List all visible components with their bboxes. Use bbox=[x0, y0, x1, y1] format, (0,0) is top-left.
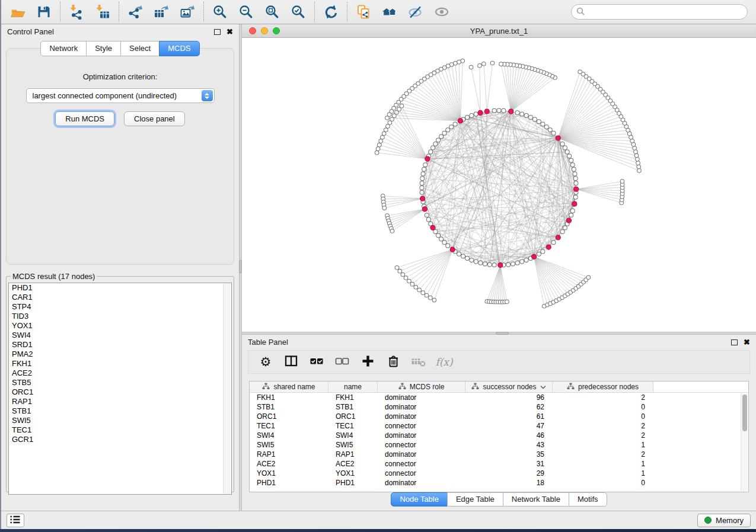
cell-predecessor-nodes[interactable]: 2 bbox=[553, 393, 653, 402]
refresh-button[interactable] bbox=[318, 1, 344, 23]
mcds-list-scrollbar[interactable] bbox=[223, 284, 231, 493]
mcds-result-item[interactable]: YOX1 bbox=[9, 321, 231, 331]
close-panel-button[interactable]: Close panel bbox=[124, 111, 185, 126]
table-scrollbar-thumb[interactable] bbox=[742, 395, 747, 431]
table-row[interactable]: SWI5SWI5connector431 bbox=[250, 440, 748, 450]
zoom-fit-button[interactable] bbox=[259, 1, 285, 23]
zoom-in-button[interactable] bbox=[207, 1, 233, 23]
mcds-result-item[interactable]: SWI4 bbox=[9, 331, 231, 340]
mcds-result-item[interactable]: STB1 bbox=[9, 406, 231, 416]
cell-successor-nodes[interactable]: 18 bbox=[465, 478, 553, 488]
mcds-result-item[interactable]: CAR1 bbox=[9, 293, 231, 302]
column-header-shared-name[interactable]: shared name bbox=[250, 382, 328, 392]
first-neighbors-button[interactable] bbox=[377, 1, 403, 23]
cell-mcds-role[interactable]: dominator bbox=[378, 393, 465, 402]
cell-predecessor-nodes[interactable]: 2 bbox=[553, 450, 653, 459]
cell-mcds-role[interactable]: connector bbox=[378, 440, 465, 450]
delete-column-button[interactable] bbox=[383, 352, 403, 371]
zoom-out-button[interactable] bbox=[233, 1, 259, 23]
mcds-result-item[interactable]: ACE2 bbox=[9, 368, 231, 378]
table-row[interactable]: YOX1YOX1connector291 bbox=[250, 469, 748, 478]
cell-predecessor-nodes[interactable]: 0 bbox=[553, 402, 653, 412]
cell-predecessor-nodes[interactable]: 1 bbox=[553, 440, 653, 450]
table-row[interactable]: STB1STB1dominator620 bbox=[250, 402, 748, 412]
cell-predecessor-nodes[interactable]: 0 bbox=[553, 412, 653, 421]
mcds-result-item[interactable]: TEC1 bbox=[9, 425, 231, 435]
table-row[interactable]: SWI4SWI4dominator462 bbox=[250, 431, 748, 440]
tab-mcds[interactable]: MCDS bbox=[159, 41, 199, 56]
table-row[interactable]: RAP1RAP1dominator352 bbox=[250, 450, 748, 459]
cell-mcds-role[interactable]: dominator bbox=[378, 450, 465, 459]
cell-shared-name[interactable]: SWI4 bbox=[250, 431, 328, 440]
cell-successor-nodes[interactable]: 31 bbox=[465, 459, 553, 469]
cell-mcds-role[interactable]: dominator bbox=[378, 412, 465, 421]
tab-node-table[interactable]: Node Table bbox=[391, 492, 448, 507]
cell-name[interactable]: STB1 bbox=[328, 402, 378, 412]
table-row[interactable]: FKH1FKH1dominator962 bbox=[250, 393, 748, 402]
settings-button[interactable]: ⚙ bbox=[256, 352, 276, 371]
mcds-result-item[interactable]: GCR1 bbox=[9, 435, 231, 444]
search-input[interactable] bbox=[571, 4, 748, 20]
network-graph[interactable] bbox=[242, 38, 756, 332]
save-session-button[interactable] bbox=[31, 1, 57, 23]
mcds-result-item[interactable]: PHD1 bbox=[9, 283, 231, 293]
network-canvas[interactable] bbox=[242, 38, 756, 332]
close-panel-icon[interactable]: ✖ bbox=[227, 29, 233, 35]
task-history-button[interactable] bbox=[7, 514, 24, 527]
cell-successor-nodes[interactable]: 61 bbox=[465, 412, 553, 421]
memory-button[interactable]: Memory bbox=[697, 514, 751, 527]
close-table-panel-icon[interactable]: ✖ bbox=[744, 339, 750, 345]
cell-predecessor-nodes[interactable]: 2 bbox=[553, 431, 653, 440]
function-builder-button[interactable]: f(x) bbox=[434, 352, 454, 371]
cell-shared-name[interactable]: YOX1 bbox=[250, 469, 328, 478]
zoom-selected-button[interactable] bbox=[285, 1, 311, 23]
tab-style[interactable]: Style bbox=[86, 41, 121, 56]
cell-shared-name[interactable]: TEC1 bbox=[250, 421, 328, 431]
mcds-result-item[interactable]: FKH1 bbox=[9, 359, 231, 368]
cell-shared-name[interactable]: ACE2 bbox=[250, 459, 328, 469]
mcds-result-item[interactable]: STB5 bbox=[9, 378, 231, 387]
export-network-button[interactable] bbox=[122, 1, 148, 23]
tab-edge-table[interactable]: Edge Table bbox=[447, 492, 503, 507]
split-column-button[interactable] bbox=[281, 352, 301, 371]
mcds-result-item[interactable]: TID3 bbox=[9, 312, 231, 321]
cell-shared-name[interactable]: ORC1 bbox=[250, 412, 328, 421]
mcds-result-item[interactable]: RAP1 bbox=[9, 397, 231, 406]
cell-mcds-role[interactable]: connector bbox=[378, 469, 465, 478]
cell-predecessor-nodes[interactable]: 2 bbox=[553, 421, 653, 431]
delete-table-button[interactable] bbox=[409, 352, 429, 371]
tab-network-table[interactable]: Network Table bbox=[503, 492, 569, 507]
cell-name[interactable]: SWI5 bbox=[328, 440, 378, 450]
table-row[interactable]: PHD1PHD1dominator180 bbox=[250, 478, 748, 488]
cell-successor-nodes[interactable]: 35 bbox=[465, 450, 553, 459]
export-table-button[interactable] bbox=[148, 1, 174, 23]
cell-predecessor-nodes[interactable]: 1 bbox=[553, 459, 653, 469]
cell-name[interactable]: YOX1 bbox=[328, 469, 378, 478]
column-header-predecessor-nodes[interactable]: predecessor nodes bbox=[553, 382, 653, 392]
cell-shared-name[interactable]: PHD1 bbox=[250, 478, 328, 488]
float-panel-icon[interactable] bbox=[214, 29, 221, 35]
cell-shared-name[interactable]: FKH1 bbox=[250, 393, 328, 402]
run-mcds-button[interactable]: Run MCDS bbox=[55, 111, 114, 126]
cell-mcds-role[interactable]: dominator bbox=[378, 402, 465, 412]
cell-predecessor-nodes[interactable]: 1 bbox=[553, 469, 653, 478]
network-window-titlebar[interactable]: YPA_prune.txt_1 bbox=[242, 24, 756, 38]
show-all-button[interactable] bbox=[429, 1, 455, 23]
import-network-button[interactable] bbox=[63, 1, 90, 23]
copy-style-button[interactable] bbox=[350, 1, 377, 23]
export-image-button[interactable] bbox=[174, 1, 200, 23]
cell-name[interactable]: ORC1 bbox=[328, 412, 378, 421]
cell-predecessor-nodes[interactable]: 0 bbox=[553, 478, 653, 488]
cell-name[interactable]: ACE2 bbox=[328, 459, 378, 469]
mcds-result-item[interactable]: SWI5 bbox=[9, 416, 231, 425]
cell-successor-nodes[interactable]: 47 bbox=[465, 421, 553, 431]
cell-mcds-role[interactable]: connector bbox=[378, 459, 465, 469]
cell-name[interactable]: PHD1 bbox=[328, 478, 378, 488]
cell-mcds-role[interactable]: connector bbox=[378, 421, 465, 431]
cell-shared-name[interactable]: SWI5 bbox=[250, 440, 328, 450]
cell-mcds-role[interactable]: dominator bbox=[378, 431, 465, 440]
cell-successor-nodes[interactable]: 62 bbox=[465, 402, 553, 412]
table-scrollbar[interactable] bbox=[741, 393, 748, 491]
table-row[interactable]: ORC1ORC1dominator610 bbox=[250, 412, 748, 421]
column-header-successor-nodes[interactable]: successor nodes bbox=[465, 382, 553, 392]
